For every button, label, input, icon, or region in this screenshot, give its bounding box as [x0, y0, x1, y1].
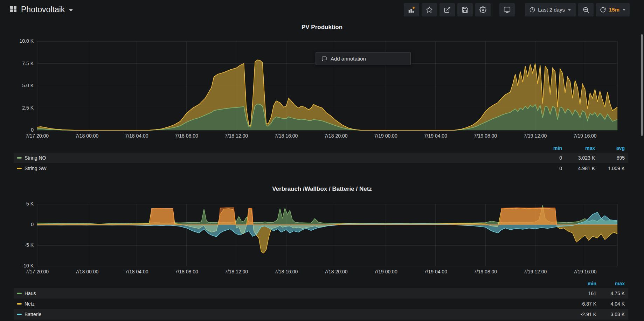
- panel-legend: min max avg String NO 0 3.023 K 895 Stri…: [14, 144, 628, 174]
- navbar: Photovoltaik Last 2 days: [0, 0, 644, 19]
- legend-min-value: 0: [531, 166, 562, 171]
- legend-min-value: 161: [568, 291, 596, 296]
- legend-sort-avg[interactable]: avg: [595, 145, 625, 151]
- time-range-picker[interactable]: Last 2 days: [525, 3, 576, 16]
- series-color-swatch[interactable]: [17, 157, 22, 159]
- legend-avg-value: 895: [595, 155, 625, 161]
- add-annotation-menu-item[interactable]: Add annotation: [316, 52, 411, 65]
- legend-row: String NO 0 3.023 K 895: [14, 153, 628, 163]
- refresh-button[interactable]: 15m: [596, 3, 630, 16]
- legend-max-value: 3.023 K: [562, 155, 595, 161]
- legend-max-value: 4.04 K: [596, 301, 625, 307]
- series-color-swatch[interactable]: [17, 168, 22, 169]
- legend-min-value: -6.87 K: [568, 301, 596, 307]
- series-name[interactable]: Netz: [25, 301, 35, 307]
- panel-title[interactable]: PV Produktion: [0, 24, 644, 31]
- legend-row: Netz -6.87 K 4.04 K: [14, 299, 628, 309]
- time-range-label: Last 2 days: [538, 7, 565, 13]
- legend-sort-max[interactable]: max: [562, 145, 595, 151]
- legend-row: Batterie -2.91 K 3.03 K: [14, 309, 628, 320]
- share-icon: [444, 6, 451, 13]
- add-panel-button[interactable]: [404, 3, 419, 16]
- legend-header: min max: [14, 279, 628, 288]
- zoom-out-button[interactable]: [578, 3, 594, 16]
- add-annotation-label: Add annotation: [331, 56, 366, 62]
- series-name[interactable]: String SW: [25, 166, 47, 171]
- star-dashboard-button[interactable]: [422, 3, 437, 16]
- scrollbar[interactable]: [641, 34, 643, 136]
- navbar-actions: Last 2 days 15m: [404, 3, 630, 16]
- legend-max-value: 4.75 K: [596, 291, 625, 296]
- series-name[interactable]: String NO: [25, 155, 46, 161]
- share-dashboard-button[interactable]: [439, 3, 455, 16]
- monitor-icon: [504, 6, 511, 13]
- legend-max-value: 3.03 K: [596, 312, 625, 317]
- gear-icon: [479, 6, 486, 13]
- comment-icon: [321, 56, 327, 62]
- bar-chart-plus-icon: [408, 6, 415, 14]
- legend-min-value: 0: [531, 155, 562, 161]
- series-color-swatch[interactable]: [17, 303, 22, 305]
- save-dashboard-button[interactable]: [457, 3, 473, 16]
- panel-legend: min max Haus 161 4.75 K Netz -6.87 K 4.0…: [14, 279, 628, 320]
- chevron-down-icon: [69, 7, 73, 13]
- legend-row: Haus 161 4.75 K: [14, 288, 628, 299]
- save-icon: [462, 6, 469, 13]
- legend-avg-value: 1.009 K: [595, 166, 625, 171]
- clock-icon: [529, 7, 535, 13]
- dashboards-grid-icon[interactable]: [10, 6, 17, 14]
- dashboard-title[interactable]: Photovoltaik: [21, 5, 65, 14]
- refresh-interval-label[interactable]: 15m: [609, 7, 619, 13]
- cycle-view-mode-button[interactable]: [499, 3, 515, 16]
- dashboard-settings-button[interactable]: [475, 3, 491, 16]
- dashboard-title-group: Photovoltaik: [10, 5, 73, 14]
- legend-sort-max[interactable]: max: [596, 281, 625, 286]
- legend-max-value: 4.981 K: [562, 166, 595, 171]
- series-color-swatch[interactable]: [17, 314, 22, 315]
- legend-header: min max avg: [14, 144, 628, 153]
- legend-min-value: -2.91 K: [568, 312, 596, 317]
- series-name[interactable]: Haus: [25, 291, 36, 296]
- chevron-down-icon: [568, 9, 571, 11]
- star-icon: [426, 6, 433, 13]
- panel-title[interactable]: Verbrauch /Wallbox / Batterie / Netz: [0, 186, 644, 193]
- legend-row: String SW 0 4.981 K 1.009 K: [14, 163, 628, 174]
- legend-sort-min[interactable]: min: [531, 145, 562, 151]
- refresh-icon: [600, 7, 606, 13]
- zoom-out-icon: [582, 6, 589, 13]
- legend-sort-min[interactable]: min: [568, 281, 596, 286]
- series-name[interactable]: Batterie: [25, 312, 41, 317]
- series-color-swatch[interactable]: [17, 293, 22, 294]
- chevron-down-icon: [622, 9, 626, 11]
